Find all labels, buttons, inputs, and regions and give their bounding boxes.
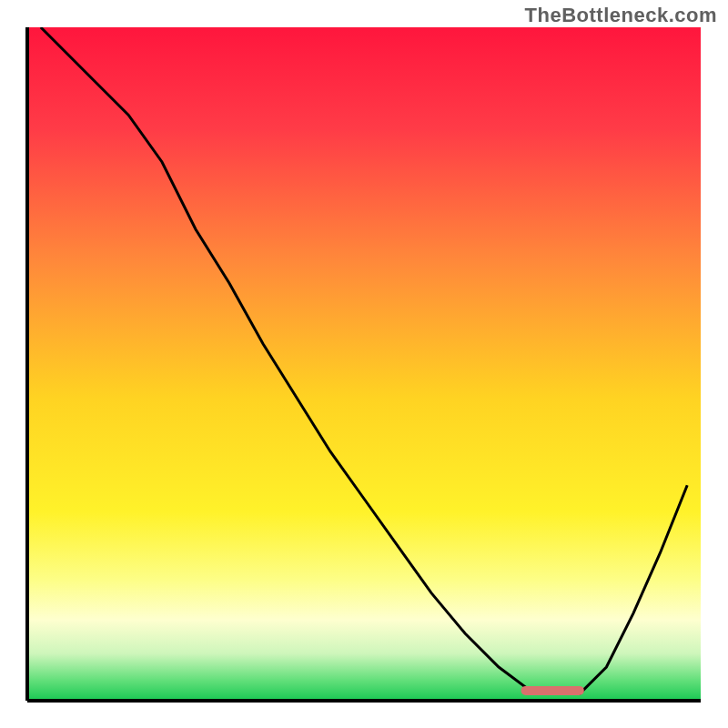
watermark-text: TheBottleneck.com	[525, 4, 717, 27]
gradient-background	[27, 27, 701, 701]
bottleneck-chart	[0, 0, 728, 728]
